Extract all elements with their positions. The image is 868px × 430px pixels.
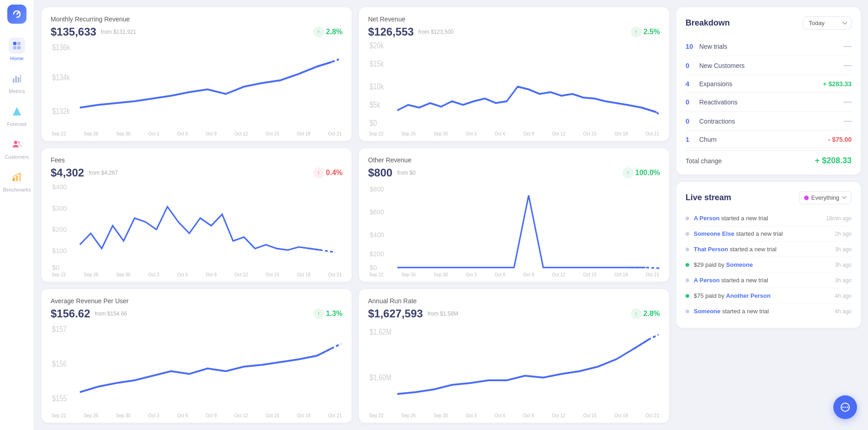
breakdown-period-select[interactable]: Today Yesterday This Week This Month <box>803 16 852 30</box>
chevron-down-icon <box>842 196 847 199</box>
stream-dot-4 <box>686 279 689 282</box>
charts-grid: Monthly Recurring Revenue $135,633 from … <box>34 0 676 430</box>
sidebar-item-forecast[interactable]: Forecast <box>0 98 34 131</box>
stream-title: Live stream <box>686 193 731 202</box>
stream-text-0: A Person started a new trial <box>694 215 821 222</box>
svg-text:$100: $100 <box>52 247 67 254</box>
bd-total-label: Total change <box>686 157 722 165</box>
svg-text:$1.60M: $1.60M <box>369 373 391 382</box>
chart-value-mrr: $135,633 <box>51 26 96 38</box>
svg-text:$0: $0 <box>369 264 377 271</box>
svg-rect-0 <box>13 42 16 45</box>
badge-pct-mrr: 2.8% <box>326 28 343 36</box>
breakdown-row-0: 10 New trials — <box>686 37 852 56</box>
svg-text:$400: $400 <box>369 231 384 238</box>
svg-text:$800: $800 <box>369 186 384 193</box>
stream-text-1: Someone Else started a new trial <box>694 230 830 237</box>
svg-text:$134k: $134k <box>52 73 70 82</box>
chart-badge-other: ↑ 100.0% <box>623 167 660 178</box>
chart-card-arr: Annual Run Rate $1,627,593 from $1.58M ↑… <box>359 289 669 423</box>
chart-svg-net: $20k $15k $10k $5k $0 <box>368 39 660 130</box>
sidebar-item-label: Customers <box>5 154 29 160</box>
chart-badge-fees: ↑ 0.4% <box>313 167 343 178</box>
sidebar-item-home[interactable]: Home <box>0 33 34 66</box>
bd-label-2: Expansions <box>699 80 823 88</box>
stream-dot-2 <box>686 248 689 251</box>
bd-label-1: New Customers <box>699 62 843 69</box>
stream-text-5: $75 paid by Another Person <box>694 292 830 299</box>
stream-item-5: $75 paid by Another Person 4h ago <box>686 288 852 304</box>
stream-item-6: Someone started a new trial 4h ago <box>686 304 852 319</box>
svg-text:$200: $200 <box>52 226 67 233</box>
sidebar-item-benchmarks[interactable]: Benchmarks <box>0 164 34 197</box>
svg-rect-2 <box>13 46 16 49</box>
chart-card-mrr: Monthly Recurring Revenue $135,633 from … <box>42 7 352 141</box>
breakdown-total-row: Total change + $208.33 <box>686 150 852 166</box>
chart-from-other: from $0 <box>397 170 416 176</box>
badge-pct-arr: 2.8% <box>644 310 660 318</box>
sidebar-item-customers[interactable]: Customers <box>0 131 34 164</box>
svg-marker-8 <box>13 107 21 115</box>
svg-rect-4 <box>13 78 15 83</box>
stream-text-3: $29 paid by Someone <box>694 261 830 268</box>
stream-link-3[interactable]: Someone <box>726 261 753 268</box>
stream-link-2[interactable]: That Person <box>694 246 728 253</box>
bd-total-amount: + $208.33 <box>815 156 852 166</box>
stream-dot-6 <box>686 310 689 313</box>
bd-count-5: 1 <box>686 135 699 143</box>
svg-text:$5k: $5k <box>369 100 380 109</box>
svg-text:$1.62M: $1.62M <box>369 327 391 336</box>
svg-text:$300: $300 <box>52 204 67 212</box>
bd-amount-1: — <box>843 61 852 70</box>
svg-rect-6 <box>18 77 20 83</box>
breakdown-row-3: 0 Reactivations — <box>686 93 852 112</box>
chart-value-arpu: $156.62 <box>51 307 90 320</box>
svg-text:$400: $400 <box>52 183 67 191</box>
badge-arrow-other: ↑ <box>623 167 634 178</box>
badge-arrow-fees: ↑ <box>313 167 324 178</box>
stream-item-2: That Person started a new trial 3h ago <box>686 242 852 257</box>
chart-value-other: $800 <box>368 166 392 179</box>
stream-item-0: A Person started a new trial 18min ago <box>686 211 852 226</box>
chart-badge-arpu: ↑ 1.3% <box>313 308 343 319</box>
right-panel: Breakdown Today Yesterday This Week This… <box>676 0 868 430</box>
stream-link-1[interactable]: Someone Else <box>694 230 734 237</box>
chart-value-net: $126,553 <box>368 26 414 38</box>
chart-from-arr: from $1.58M <box>427 311 458 317</box>
stream-filter-select[interactable]: Everything <box>799 191 852 204</box>
svg-point-39 <box>845 407 846 408</box>
stream-time-5: 4h ago <box>835 293 852 299</box>
chart-labels-fees: Sep 22 Sep 26 Sep 30 Oct 3 Oct 6 Oct 9 O… <box>51 272 343 277</box>
app-logo[interactable] <box>7 5 26 24</box>
bd-label-0: New trials <box>699 43 843 50</box>
chart-labels-mrr: Sep 22 Sep 26 Sep 30 Oct 3 Oct 6 Oct 9 O… <box>51 131 343 136</box>
stream-text-4: A Person started a new trial <box>694 277 830 284</box>
chart-badge-arr: ↑ 2.8% <box>631 308 660 319</box>
customers-icon <box>9 136 25 152</box>
svg-rect-3 <box>17 46 21 49</box>
chart-value-arr: $1,627,593 <box>368 307 423 320</box>
stream-time-4: 3h ago <box>835 277 852 284</box>
stream-header: Live stream Everything <box>686 191 852 204</box>
bd-label-3: Reactivations <box>699 98 843 106</box>
svg-text:$20k: $20k <box>369 41 384 50</box>
stream-link-4[interactable]: A Person <box>694 277 720 284</box>
forecast-icon <box>9 103 25 119</box>
sidebar-item-metrics[interactable]: Metrics <box>0 66 34 98</box>
stream-link-6[interactable]: Someone <box>694 308 721 315</box>
svg-rect-5 <box>15 76 17 83</box>
chart-card-fees: Fees $4,302 from $4,287 ↑ 0.4% $400 $300… <box>42 148 352 282</box>
svg-rect-11 <box>13 178 15 181</box>
stream-link-0[interactable]: A Person <box>694 215 720 222</box>
badge-pct-arpu: 1.3% <box>326 310 343 318</box>
fab-button[interactable] <box>833 395 857 419</box>
chart-from-mrr: from $131,921 <box>101 29 136 35</box>
chart-value-row-arpu: $156.62 from $154.66 ↑ 1.3% <box>51 307 343 320</box>
main-content: Monthly Recurring Revenue $135,633 from … <box>34 0 868 430</box>
chart-badge-net: ↑ 2.5% <box>631 26 660 37</box>
svg-text:$0: $0 <box>369 118 377 127</box>
stream-link-5[interactable]: Another Person <box>726 292 771 299</box>
chart-title-mrr: Monthly Recurring Revenue <box>51 16 343 23</box>
bd-amount-3: — <box>843 97 852 107</box>
bd-count-1: 0 <box>686 62 699 69</box>
